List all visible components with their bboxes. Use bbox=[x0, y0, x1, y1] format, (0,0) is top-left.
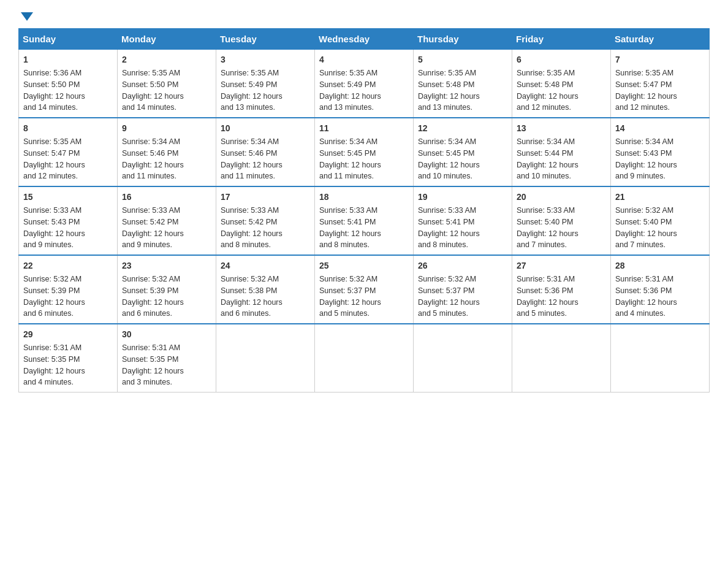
day-number: 17 bbox=[221, 191, 310, 204]
calendar-cell: 9Sunrise: 5:34 AMSunset: 5:46 PMDaylight… bbox=[118, 118, 216, 186]
calendar-cell: 12Sunrise: 5:34 AMSunset: 5:45 PMDayligh… bbox=[414, 118, 512, 186]
sunrise-info: Sunrise: 5:33 AM bbox=[517, 205, 606, 216]
sunset-info: Sunset: 5:38 PM bbox=[221, 285, 310, 297]
sunset-info: Sunset: 5:47 PM bbox=[23, 148, 113, 159]
sunset-info: Sunset: 5:42 PM bbox=[122, 216, 211, 228]
sunrise-info: Sunrise: 5:31 AM bbox=[122, 342, 211, 354]
logo-triangle-icon bbox=[21, 12, 33, 21]
sunset-info: Sunset: 5:47 PM bbox=[615, 79, 705, 91]
day-number: 10 bbox=[221, 122, 310, 135]
day-number: 29 bbox=[23, 328, 113, 341]
daylight-minutes: and 6 minutes. bbox=[23, 308, 113, 320]
calendar-cell bbox=[611, 324, 710, 393]
calendar-week-row: 8Sunrise: 5:35 AMSunset: 5:47 PMDaylight… bbox=[19, 118, 710, 186]
daylight-minutes: and 8 minutes. bbox=[319, 239, 409, 251]
sunrise-info: Sunrise: 5:34 AM bbox=[418, 136, 507, 148]
daylight-label: Daylight: 12 hours bbox=[615, 228, 705, 240]
daylight-label: Daylight: 12 hours bbox=[122, 159, 211, 171]
daylight-minutes: and 6 minutes. bbox=[221, 308, 310, 320]
sunset-info: Sunset: 5:39 PM bbox=[23, 285, 113, 297]
header-saturday: Saturday bbox=[611, 29, 710, 50]
day-number: 3 bbox=[221, 53, 310, 66]
day-number: 16 bbox=[122, 191, 211, 204]
day-number: 22 bbox=[23, 259, 113, 272]
sunset-info: Sunset: 5:45 PM bbox=[319, 148, 409, 159]
daylight-minutes: and 8 minutes. bbox=[221, 239, 310, 251]
daylight-minutes: and 13 minutes. bbox=[319, 102, 409, 113]
calendar-cell: 30Sunrise: 5:31 AMSunset: 5:35 PMDayligh… bbox=[118, 324, 216, 393]
day-number: 2 bbox=[122, 53, 211, 66]
daylight-minutes: and 8 minutes. bbox=[418, 239, 507, 251]
daylight-label: Daylight: 12 hours bbox=[517, 91, 606, 102]
calendar-cell: 7Sunrise: 5:35 AMSunset: 5:47 PMDaylight… bbox=[611, 50, 710, 118]
daylight-minutes: and 7 minutes. bbox=[517, 239, 606, 251]
calendar-cell: 18Sunrise: 5:33 AMSunset: 5:41 PMDayligh… bbox=[315, 186, 414, 255]
daylight-minutes: and 12 minutes. bbox=[23, 170, 113, 182]
calendar-cell: 23Sunrise: 5:32 AMSunset: 5:39 PMDayligh… bbox=[118, 255, 216, 324]
day-number: 20 bbox=[517, 191, 606, 204]
day-number: 11 bbox=[319, 122, 409, 135]
sunrise-info: Sunrise: 5:35 AM bbox=[221, 67, 310, 79]
day-number: 23 bbox=[122, 259, 211, 272]
day-number: 30 bbox=[122, 328, 211, 341]
sunset-info: Sunset: 5:39 PM bbox=[122, 285, 211, 297]
daylight-label: Daylight: 12 hours bbox=[122, 366, 211, 377]
daylight-label: Daylight: 12 hours bbox=[517, 159, 606, 171]
day-number: 1 bbox=[23, 53, 113, 66]
day-number: 27 bbox=[517, 259, 606, 272]
logo-blue-text bbox=[18, 12, 33, 21]
daylight-label: Daylight: 12 hours bbox=[517, 228, 606, 240]
header-monday: Monday bbox=[118, 29, 216, 50]
sunrise-info: Sunrise: 5:32 AM bbox=[319, 274, 409, 285]
calendar-cell: 5Sunrise: 5:35 AMSunset: 5:48 PMDaylight… bbox=[414, 50, 512, 118]
header-friday: Friday bbox=[512, 29, 611, 50]
daylight-label: Daylight: 12 hours bbox=[615, 91, 705, 102]
calendar-cell: 10Sunrise: 5:34 AMSunset: 5:46 PMDayligh… bbox=[216, 118, 315, 186]
daylight-minutes: and 5 minutes. bbox=[418, 308, 507, 320]
daylight-minutes: and 4 minutes. bbox=[23, 377, 113, 388]
day-number: 25 bbox=[319, 259, 409, 272]
daylight-minutes: and 6 minutes. bbox=[122, 308, 211, 320]
sunrise-info: Sunrise: 5:31 AM bbox=[517, 274, 606, 285]
calendar-week-row: 1Sunrise: 5:36 AMSunset: 5:50 PMDaylight… bbox=[19, 50, 710, 118]
sunrise-info: Sunrise: 5:32 AM bbox=[122, 274, 211, 285]
calendar-cell: 27Sunrise: 5:31 AMSunset: 5:36 PMDayligh… bbox=[512, 255, 611, 324]
sunset-info: Sunset: 5:35 PM bbox=[122, 354, 211, 366]
sunset-info: Sunset: 5:41 PM bbox=[418, 216, 507, 228]
day-number: 7 bbox=[615, 53, 705, 66]
calendar-cell: 25Sunrise: 5:32 AMSunset: 5:37 PMDayligh… bbox=[315, 255, 414, 324]
calendar-cell: 29Sunrise: 5:31 AMSunset: 5:35 PMDayligh… bbox=[19, 324, 118, 393]
sunset-info: Sunset: 5:36 PM bbox=[615, 285, 705, 297]
calendar-cell: 13Sunrise: 5:34 AMSunset: 5:44 PMDayligh… bbox=[512, 118, 611, 186]
daylight-label: Daylight: 12 hours bbox=[517, 297, 606, 308]
day-number: 9 bbox=[122, 122, 211, 135]
sunrise-info: Sunrise: 5:33 AM bbox=[418, 205, 507, 216]
daylight-label: Daylight: 12 hours bbox=[418, 159, 507, 171]
daylight-label: Daylight: 12 hours bbox=[319, 91, 409, 102]
sunrise-info: Sunrise: 5:35 AM bbox=[23, 136, 113, 148]
daylight-label: Daylight: 12 hours bbox=[23, 228, 113, 240]
daylight-minutes: and 12 minutes. bbox=[615, 102, 705, 113]
daylight-label: Daylight: 12 hours bbox=[221, 228, 310, 240]
logo bbox=[18, 12, 33, 21]
daylight-minutes: and 9 minutes. bbox=[122, 239, 211, 251]
sunset-info: Sunset: 5:35 PM bbox=[23, 354, 113, 366]
daylight-minutes: and 3 minutes. bbox=[122, 377, 211, 388]
calendar-table: SundayMondayTuesdayWednesdayThursdayFrid… bbox=[18, 28, 710, 393]
daylight-label: Daylight: 12 hours bbox=[122, 297, 211, 308]
calendar-cell bbox=[315, 324, 414, 393]
calendar-cell bbox=[512, 324, 611, 393]
daylight-minutes: and 12 minutes. bbox=[517, 102, 606, 113]
daylight-label: Daylight: 12 hours bbox=[23, 159, 113, 171]
sunset-info: Sunset: 5:49 PM bbox=[319, 79, 409, 91]
daylight-label: Daylight: 12 hours bbox=[23, 297, 113, 308]
daylight-label: Daylight: 12 hours bbox=[319, 297, 409, 308]
day-number: 26 bbox=[418, 259, 507, 272]
calendar-cell: 22Sunrise: 5:32 AMSunset: 5:39 PMDayligh… bbox=[19, 255, 118, 324]
daylight-minutes: and 10 minutes. bbox=[418, 170, 507, 182]
daylight-minutes: and 11 minutes. bbox=[122, 170, 211, 182]
calendar-cell: 16Sunrise: 5:33 AMSunset: 5:42 PMDayligh… bbox=[118, 186, 216, 255]
daylight-minutes: and 14 minutes. bbox=[23, 102, 113, 113]
day-number: 4 bbox=[319, 53, 409, 66]
sunrise-info: Sunrise: 5:34 AM bbox=[221, 136, 310, 148]
